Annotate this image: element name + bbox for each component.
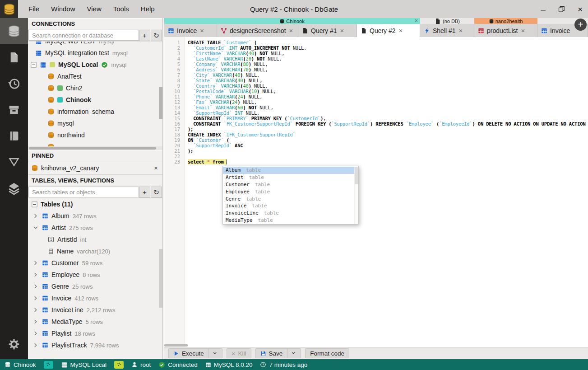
statusbar-item-color[interactable] xyxy=(114,361,124,369)
tab-close-button[interactable]: × xyxy=(200,27,204,34)
database-item[interactable]: Chinook xyxy=(28,94,162,106)
tab-close-button[interactable]: × xyxy=(289,27,293,34)
button-main[interactable]: Save xyxy=(256,350,287,357)
activity-funnel[interactable] xyxy=(0,149,28,175)
objects-vscrollbar-thumb[interactable] xyxy=(159,249,162,308)
menu-tools[interactable]: Tools xyxy=(107,0,135,18)
autocomplete-scrollbar-thumb[interactable] xyxy=(355,167,358,184)
column-item[interactable]: Namevarchar(120) xyxy=(28,245,162,257)
statusbar-item-chinook[interactable]: Chinook xyxy=(5,361,36,368)
autocomplete-item[interactable]: InvoiceLinetable xyxy=(223,210,358,217)
autocomplete-item[interactable]: Genretable xyxy=(223,195,358,202)
expand-chevron-icon[interactable] xyxy=(32,330,39,337)
add-connection-button[interactable]: + xyxy=(139,30,150,41)
connections-search-input[interactable] xyxy=(28,30,139,41)
expand-chevron-icon[interactable] xyxy=(32,318,39,325)
tab-close-button[interactable]: × xyxy=(459,27,463,34)
connections-vscrollbar[interactable] xyxy=(159,42,162,146)
activity-book[interactable] xyxy=(0,123,28,149)
autocomplete-item[interactable]: MediaTypetable xyxy=(223,217,358,224)
expand-chevron-icon[interactable] xyxy=(32,307,39,313)
tab-group-Chinook[interactable]: Chinook× xyxy=(164,18,420,24)
unpin-button[interactable]: × xyxy=(154,164,158,172)
tab-close-button[interactable]: × xyxy=(521,27,525,34)
table-item[interactable]: Genre25 rows xyxy=(28,281,162,292)
table-item[interactable]: MediaType5 rows xyxy=(28,316,162,328)
table-item[interactable]: PlaylistTrack7,994 rows xyxy=(28,339,162,351)
table-item[interactable]: Invoice412 rows xyxy=(28,292,162,304)
refresh-connections-button[interactable]: ↻ xyxy=(151,30,162,41)
button-main[interactable]: Execute xyxy=(169,350,208,357)
table-item[interactable]: Artist275 rows xyxy=(28,222,162,234)
table-item[interactable]: Customer59 rows xyxy=(28,257,162,269)
save-button[interactable]: Save xyxy=(255,348,301,358)
button-main[interactable]: Format code xyxy=(306,350,349,357)
tab-group-(no DB)[interactable]: (no DB) xyxy=(420,18,474,24)
table-item[interactable]: Playlist18 rows xyxy=(28,328,162,339)
autocomplete-item[interactable]: Customertable xyxy=(223,181,358,188)
autocomplete-item[interactable]: Artisttable xyxy=(223,174,358,181)
autocomplete-item[interactable]: Albumtable xyxy=(223,167,358,174)
connections-hscrollbar-thumb[interactable] xyxy=(29,147,156,150)
color-swatch[interactable] xyxy=(114,361,124,369)
expand-chevron-icon[interactable] xyxy=(32,342,39,348)
menu-help[interactable]: Help xyxy=(135,0,161,18)
connection-item[interactable]: MySQL Localmysql xyxy=(28,59,162,70)
menu-view[interactable]: View xyxy=(81,0,107,18)
tab-query-#1[interactable]: Query #1× xyxy=(298,24,357,37)
tab-close-button[interactable]: × xyxy=(340,27,344,34)
pinned-item[interactable]: knihovna_v2_canary× xyxy=(28,161,162,175)
statusbar-item-connected[interactable]: Connected xyxy=(158,361,197,368)
autocomplete-item[interactable]: Invoicetable xyxy=(223,202,358,210)
statusbar-item-mysql-8-0-20[interactable]: MySQL 8.0.20 xyxy=(205,361,253,368)
connections-hscrollbar[interactable] xyxy=(28,146,162,150)
tab-group-close-button[interactable]: × xyxy=(415,18,418,24)
expand-chevron-icon[interactable] xyxy=(32,213,39,219)
table-item[interactable]: InvoiceLine2,212 rows xyxy=(28,304,162,316)
menu-window[interactable]: Window xyxy=(45,0,81,18)
activity-settings[interactable] xyxy=(0,331,28,357)
table-item[interactable]: Album347 rows xyxy=(28,210,162,222)
refresh-objects-button[interactable]: ↻ xyxy=(151,187,162,198)
color-swatch[interactable] xyxy=(44,361,53,369)
add-object-button[interactable]: + xyxy=(139,187,150,198)
tables-root-node[interactable]: Tables (11) xyxy=(28,198,162,210)
statusbar-item-root[interactable]: root xyxy=(131,361,151,368)
statusbar-item-color[interactable] xyxy=(44,361,53,369)
editor-hscrollbar-thumb[interactable] xyxy=(164,344,188,347)
tab-invoice[interactable]: Invoice× xyxy=(164,24,217,37)
activity-file[interactable] xyxy=(0,44,28,70)
close-window-button[interactable]: × xyxy=(578,5,583,14)
database-item[interactable]: northwind xyxy=(28,129,162,141)
statusbar-item-7-minutes-ago[interactable]: 7 minutes ago xyxy=(260,361,307,368)
table-item[interactable]: Employee8 rows xyxy=(28,269,162,281)
tab-close-button[interactable]: × xyxy=(399,27,403,34)
database-item[interactable]: Chin2 xyxy=(28,82,162,94)
statusbar-item-mysql-local[interactable]: MySQL Local xyxy=(61,361,107,368)
database-item[interactable]: AnalTest xyxy=(28,70,162,82)
minimize-button[interactable]: – xyxy=(541,5,546,14)
tab-designerscreenshot[interactable]: designerScreenshot× xyxy=(217,24,298,37)
database-item[interactable]: information_schema xyxy=(28,106,162,117)
button-dropdown-arrow[interactable] xyxy=(287,351,301,356)
expand-chevron-icon[interactable] xyxy=(32,295,39,301)
tab-shell-#1[interactable]: Shell #1× xyxy=(420,24,474,37)
connection-item[interactable]: MySQL WB TESTmysql xyxy=(28,42,162,47)
format-code-button[interactable]: Format code xyxy=(305,348,349,358)
execute-button[interactable]: Execute xyxy=(168,348,222,358)
activity-layers[interactable] xyxy=(0,175,28,201)
tab-query-#2[interactable]: Query #2× xyxy=(357,24,420,37)
menu-file[interactable]: File xyxy=(23,0,45,18)
autocomplete-scrollbar[interactable] xyxy=(354,166,358,224)
expand-chevron-icon[interactable] xyxy=(32,283,39,290)
connection-item[interactable]: MySQL integration testmysql xyxy=(28,47,162,59)
database-item[interactable]: mysql xyxy=(28,117,162,129)
expand-chevron-icon[interactable] xyxy=(32,260,39,266)
tab-productlist[interactable]: productList× xyxy=(474,24,537,37)
activity-database[interactable] xyxy=(0,18,28,44)
connections-vscrollbar-thumb[interactable] xyxy=(159,87,162,119)
column-item[interactable]: 1ArtistIdint xyxy=(28,234,162,245)
button-dropdown-arrow[interactable] xyxy=(209,351,222,356)
new-tab-button[interactable]: + xyxy=(574,19,587,31)
expand-chevron-icon[interactable] xyxy=(32,225,39,231)
